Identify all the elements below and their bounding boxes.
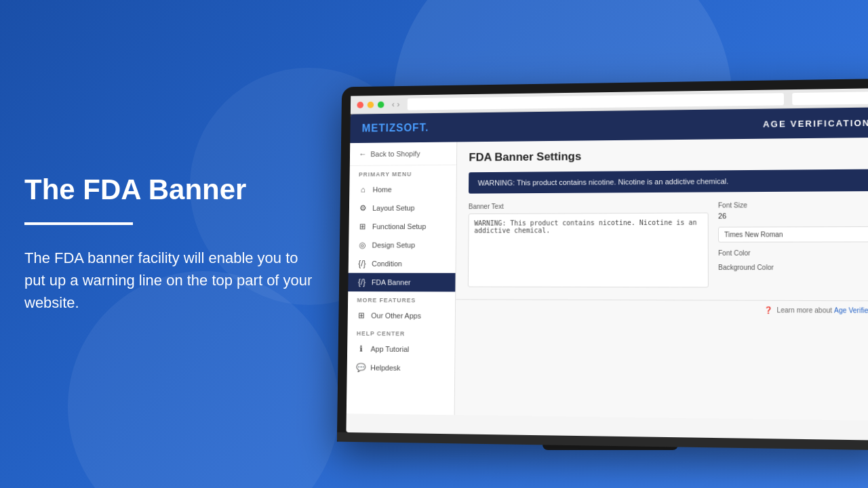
banner-text-label: Banner Text [469,202,709,211]
sidebar-layout-label: Layout Setup [372,204,414,212]
sidebar-fda-label: FDA Banner [372,279,411,287]
browser-dot-green [378,101,384,108]
font-color-label: Font Color [718,249,868,257]
sidebar-home-label: Home [373,186,392,194]
footer-help-icon: ❓ [764,306,772,314]
home-icon: ⌂ [359,185,368,195]
app-logo: METIZSOFT. [362,122,429,135]
sidebar-item-functional[interactable]: ⊞ Functional Setup [349,217,456,236]
back-arrow-icon: ← [359,150,367,159]
browser-dot-red [357,102,363,108]
other-apps-icon: ⊞ [357,311,366,321]
sidebar-design-label: Design Setup [372,241,415,249]
font-size-value: 26 [718,211,868,220]
app-main: FDA Banner Settings WARNING: This produc… [455,138,868,421]
right-settings: Font Size 26 Times New Roman Font Color … [718,201,868,291]
browser-forward-btn[interactable]: › [397,100,399,109]
fda-banner-preview: WARNING: This product contains nicotine.… [469,169,868,194]
laptop-outer: ‹ › METIZSOFT. AGE VERIFICATION ← [337,79,868,451]
left-panel: The FDA Banner The FDA banner facility w… [24,0,316,488]
browser-search-bar[interactable] [792,92,868,105]
sidebar-item-home[interactable]: ⌂ Home [349,180,456,199]
app-header: METIZSOFT. AGE VERIFICATION [350,107,868,143]
banner-text-input[interactable]: WARNING: This product contains nicotine.… [468,213,709,288]
sidebar-item-other-apps[interactable]: ⊞ Our Other Apps [348,306,455,325]
app-sidebar: ← Back to Shopify PRIMARY MENU ⌂ Home ⚙ … [347,142,457,415]
condition-icon: {/} [357,259,367,268]
browser-back-btn[interactable]: ‹ [392,100,395,109]
banner-text-group: Banner Text WARNING: This product contai… [468,202,709,291]
sidebar-back[interactable]: ← Back to Shopify [350,142,456,166]
sidebar-other-apps-label: Our Other Apps [371,312,421,320]
tutorial-icon: ℹ [356,344,366,354]
app-footer: ❓ Learn more about Age Verifier. [456,299,868,320]
sidebar-item-fda-banner[interactable]: {/} FDA Banner [348,273,455,292]
title-divider [24,222,133,225]
app-body: ← Back to Shopify PRIMARY MENU ⌂ Home ⚙ … [347,138,868,421]
browser-dot-yellow [368,101,374,108]
logo-text: METIZSOFT. [362,122,429,134]
sidebar-condition-label: Condition [372,260,402,268]
font-family-field[interactable]: Times New Roman [718,226,868,243]
laptop-mockup: ‹ › METIZSOFT. AGE VERIFICATION ← [332,81,868,450]
design-icon: ◎ [357,241,367,250]
footer-learn-more: Learn more about [777,306,833,314]
footer-age-verifier-link[interactable]: Age Verifier. [834,306,868,314]
app-header-title: AGE VERIFICATION [763,117,868,129]
bg-color-label: Background Color [718,264,868,271]
main-content-area: FDA Banner Settings WARNING: This produc… [456,138,868,301]
sidebar-tutorial-label: App Tutorial [371,345,410,353]
help-center-label: HELP CENTER [347,325,454,340]
sidebar-item-helpdesk[interactable]: 💬 Helpdesk [347,358,455,378]
settings-grid: Banner Text WARNING: This product contai… [468,201,868,291]
font-size-group: Font Size 26 [718,201,868,220]
back-label: Back to Shopify [370,150,420,158]
fda-settings-title: FDA Banner Settings [469,147,868,164]
sidebar-item-tutorial[interactable]: ℹ App Tutorial [347,340,455,359]
sidebar-item-design[interactable]: ◎ Design Setup [349,236,456,255]
layout-icon: ⚙ [358,203,368,213]
functional-icon: ⊞ [358,222,368,231]
primary-menu-label: PRIMARY MENU [350,165,456,181]
more-features-label: MORE FEATURES [348,291,455,306]
page-title: The FDA Banner [24,174,316,205]
font-size-label: Font Size [718,201,868,209]
sidebar-item-layout[interactable]: ⚙ Layout Setup [349,199,456,218]
laptop-screen: METIZSOFT. AGE VERIFICATION ← Back to Sh… [346,107,868,440]
browser-nav: ‹ › [392,100,400,109]
page-description: The FDA banner facility will enable you … [24,247,316,314]
browser-address-bar[interactable] [408,93,784,110]
sidebar-functional-label: Functional Setup [372,222,426,230]
sidebar-helpdesk-label: Helpdesk [370,363,400,371]
fda-banner-icon: {/} [357,278,367,287]
sidebar-item-condition[interactable]: {/} Condition [349,254,456,273]
helpdesk-icon: 💬 [356,363,366,372]
